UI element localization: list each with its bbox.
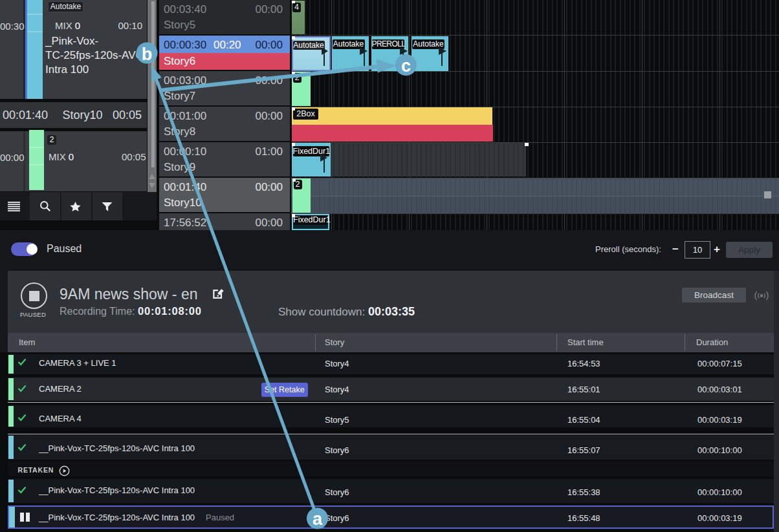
svg-text:a: a [313, 509, 323, 529]
svg-text:b: b [142, 45, 153, 64]
svg-text:c: c [401, 56, 411, 76]
